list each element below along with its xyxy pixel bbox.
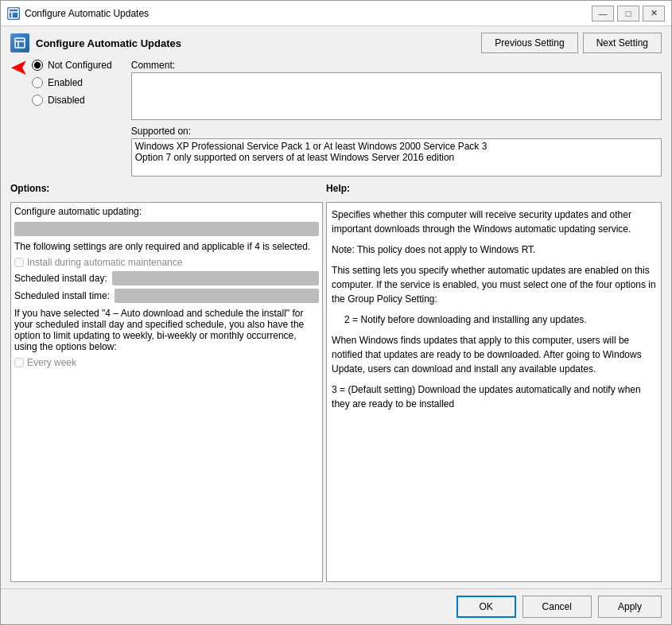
radio-comment-section: ➤ Not Configured Enabled Disabled (10, 60, 662, 177)
window-controls: — □ ✕ (592, 6, 665, 21)
previous-setting-button[interactable]: Previous Setting (481, 33, 577, 53)
close-button[interactable]: ✕ (643, 6, 665, 21)
disabled-radio[interactable] (32, 95, 43, 106)
header-row: Configure Automatic Updates Previous Set… (10, 33, 662, 53)
radio-section: ➤ Not Configured Enabled Disabled (10, 60, 125, 177)
panel-labels-row: Options: Help: (10, 183, 662, 194)
auto-download-text: If you have selected "4 – Auto download … (14, 308, 319, 352)
bottom-bar: OK Cancel Apply (1, 588, 671, 624)
nav-buttons: Previous Setting Next Setting (481, 33, 662, 53)
help-para-6: 3 = (Default setting) Download the updat… (332, 382, 656, 411)
install-maintenance-checkbox[interactable]: Install during automatic maintenance (14, 257, 319, 268)
red-arrow-icon: ➤ (10, 56, 29, 79)
every-week-checkbox[interactable]: Every week (14, 357, 319, 368)
not-configured-label: Not Configured (48, 60, 112, 71)
comment-textarea[interactable] (131, 72, 662, 120)
svg-rect-3 (15, 38, 25, 48)
options-section-label: Options: (10, 183, 323, 194)
following-settings-text: The following settings are only required… (14, 241, 319, 252)
header-icon (10, 33, 29, 52)
supported-text: Windows XP Professional Service Pack 1 o… (131, 138, 662, 177)
not-configured-radio[interactable] (32, 60, 43, 71)
apply-button[interactable]: Apply (598, 596, 662, 618)
help-para-2: Note: This policy does not apply to Wind… (332, 243, 656, 257)
enabled-option[interactable]: Enabled (32, 77, 112, 88)
enabled-radio[interactable] (32, 77, 43, 88)
supported-section: Supported on: Windows XP Professional Se… (131, 126, 662, 177)
scheduled-time-label: Scheduled install time: (14, 290, 110, 301)
enabled-label: Enabled (48, 77, 83, 88)
title-bar: Configure Automatic Updates — □ ✕ (1, 1, 671, 26)
scheduled-time-row: Scheduled install time: (14, 289, 319, 303)
scheduled-day-row: Scheduled install day: (14, 271, 319, 285)
comment-section: Comment: (131, 60, 662, 122)
disabled-label: Disabled (48, 95, 85, 106)
maximize-button[interactable]: □ (617, 6, 639, 21)
help-panel: Specifies whether this computer will rec… (326, 202, 662, 582)
every-week-label: Every week (27, 357, 76, 368)
comment-label: Comment: (131, 60, 662, 71)
next-setting-button[interactable]: Next Setting (583, 33, 662, 53)
comment-supported-section: Comment: Supported on: Windows XP Profes… (131, 60, 662, 177)
every-week-input[interactable] (14, 358, 24, 367)
window-title: Configure Automatic Updates (25, 8, 592, 19)
disabled-option[interactable]: Disabled (32, 95, 112, 106)
help-section-label: Help: (326, 183, 662, 194)
dropdown-bar[interactable] (14, 222, 319, 236)
minimize-button[interactable]: — (592, 6, 614, 21)
scheduled-day-label: Scheduled install day: (14, 273, 107, 284)
scheduled-time-input[interactable] (115, 289, 319, 303)
help-content[interactable]: Specifies whether this computer will rec… (327, 203, 661, 581)
install-maintenance-label: Install during automatic maintenance (27, 257, 182, 268)
supported-label: Supported on: (131, 126, 662, 137)
panels-row: Configure automatic updating: The follow… (10, 202, 662, 582)
radio-group: Not Configured Enabled Disabled (32, 60, 112, 106)
configure-updating-label: Configure automatic updating: (14, 206, 319, 217)
cancel-button[interactable]: Cancel (522, 596, 592, 618)
help-para-1: Specifies whether this computer will rec… (332, 208, 656, 236)
help-para-5: When Windows finds updates that apply to… (332, 333, 656, 376)
not-configured-option[interactable]: Not Configured (32, 60, 112, 71)
help-para-4: 2 = Notify before downloading and instal… (344, 312, 656, 327)
main-content: Configure Automatic Updates Previous Set… (1, 26, 671, 588)
help-para-3: This setting lets you specify whether au… (332, 263, 656, 306)
main-window: Configure Automatic Updates — □ ✕ Config… (0, 0, 672, 625)
options-panel: Configure automatic updating: The follow… (10, 202, 323, 582)
scheduled-day-input[interactable] (112, 271, 319, 285)
policy-title: Configure Automatic Updates (36, 37, 481, 49)
svg-rect-0 (9, 9, 18, 18)
window-icon (7, 7, 20, 20)
options-content[interactable]: Configure automatic updating: The follow… (11, 203, 322, 581)
ok-button[interactable]: OK (456, 596, 516, 618)
install-maintenance-input[interactable] (14, 258, 24, 267)
